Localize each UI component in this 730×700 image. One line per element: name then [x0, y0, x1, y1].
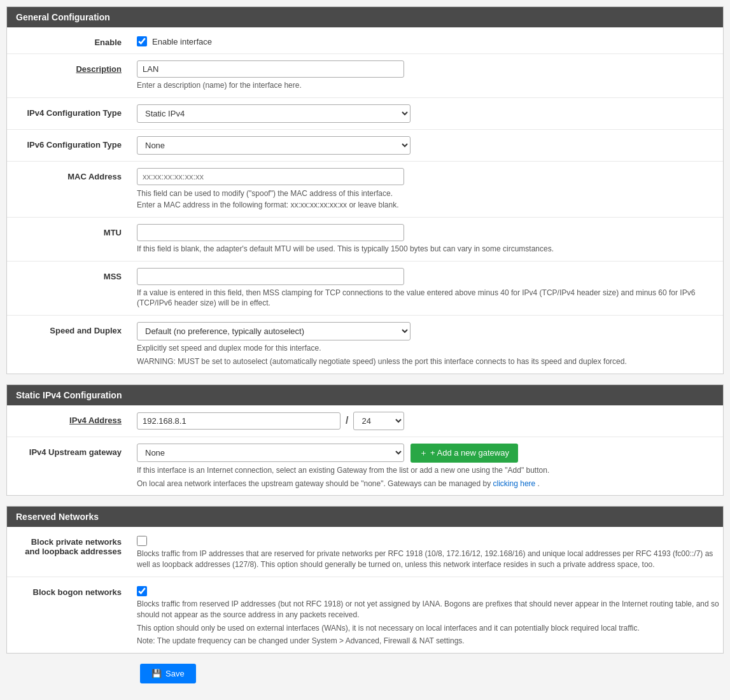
slash-icon: /: [346, 415, 348, 426]
gateway-hint-2: On local area network interfaces the ups…: [137, 479, 723, 489]
ipv4-address-input[interactable]: [137, 412, 340, 430]
mtu-input[interactable]: [137, 224, 404, 241]
description-content: Enter a description (name) for the inter…: [134, 60, 723, 91]
mss-hint: If a value is entered in this field, the…: [137, 288, 723, 309]
mac-address-row: MAC Address This field can be used to mo…: [7, 162, 723, 218]
ipv4-config-type-label: IPv4 Configuration Type: [7, 104, 134, 118]
mtu-row: MTU If this field is blank, the adapter'…: [7, 218, 723, 262]
speed-duplex-hint-2: WARNING: MUST be set to autoselect (auto…: [137, 356, 723, 367]
mac-hint-1: This field can be used to modify ("spoof…: [137, 188, 723, 199]
gateway-hint-2-text: On local area network interfaces the ups…: [137, 479, 491, 488]
mac-address-content: This field can be used to modify ("spoof…: [134, 168, 723, 211]
block-bogon-label: Block bogon networks: [7, 584, 134, 597]
ipv4-upstream-select[interactable]: None: [137, 444, 404, 462]
description-hint: Enter a description (name) for the inter…: [137, 80, 723, 91]
save-label: Save: [165, 669, 185, 678]
ipv4-address-row: IPv4 Address / 8 16 24 32 28 27 26 25: [7, 405, 723, 437]
add-gateway-button[interactable]: ＋ + Add a new gateway: [411, 444, 518, 463]
reserved-networks-section: Reserved Networks Block private networks…: [6, 506, 724, 654]
ipv4-address-label: IPv4 Address: [7, 412, 134, 425]
mac-address-input[interactable]: [137, 168, 404, 185]
ipv4-config-type-select[interactable]: Static IPv4 DHCP None: [137, 104, 411, 123]
block-bogon-hint-3: Note: The update frequency can be change…: [137, 636, 723, 647]
speed-duplex-hint-1: Explicitly set speed and duplex mode for…: [137, 343, 723, 354]
ipv6-config-type-label: IPv6 Configuration Type: [7, 136, 134, 150]
general-config-section: General Configuration Enable Enable inte…: [6, 6, 724, 374]
block-bogon-hint-1: Blocks traffic from reserved IP addresse…: [137, 599, 723, 620]
ipv4-upstream-row: IPv4 Upstream gateway None ＋ + Add a new…: [7, 437, 723, 496]
enable-row: Enable Enable interface: [7, 27, 723, 54]
description-label: Description: [7, 60, 134, 74]
general-config-title: General Configuration: [16, 12, 110, 22]
mss-input[interactable]: [137, 268, 404, 285]
block-private-checkbox[interactable]: [137, 536, 147, 546]
mss-row: MSS If a value is entered in this field,…: [7, 262, 723, 316]
block-bogon-checkbox[interactable]: [137, 586, 147, 596]
ipv6-config-type-select[interactable]: None DHCPv6 Static IPv6 SLAAC 6rd Tunnel…: [137, 136, 411, 155]
add-gateway-label: + Add a new gateway: [430, 448, 509, 458]
block-bogon-row: Block bogon networks Blocks traffic from…: [7, 577, 723, 653]
enable-interface-label[interactable]: Enable interface: [152, 37, 212, 46]
plus-icon: ＋: [419, 447, 428, 459]
reserved-networks-title: Reserved Networks: [16, 512, 99, 522]
clicking-here-link[interactable]: clicking here: [493, 479, 536, 488]
description-row: Description Enter a description (name) f…: [7, 54, 723, 98]
block-private-row: Block private networksand loopback addre…: [7, 527, 723, 577]
ipv4-prefix-select[interactable]: 8 16 24 32 28 27 26 25: [353, 412, 404, 430]
block-private-hint: Blocks traffic from IP addresses that ar…: [137, 549, 723, 570]
static-ipv4-header: Static IPv4 Configuration: [7, 385, 723, 405]
general-config-header: General Configuration: [7, 7, 723, 27]
ipv4-address-content: / 8 16 24 32 28 27 26 25: [134, 412, 723, 430]
ipv6-config-type-content: None DHCPv6 Static IPv6 SLAAC 6rd Tunnel…: [134, 136, 723, 155]
mac-hint-2: Enter a MAC address in the following for…: [137, 199, 723, 211]
save-button[interactable]: 💾 Save: [140, 664, 196, 683]
mss-content: If a value is entered in this field, the…: [134, 268, 723, 309]
mss-label: MSS: [7, 268, 134, 281]
speed-duplex-select[interactable]: Default (no preference, typically autose…: [137, 322, 411, 340]
ipv6-config-type-row: IPv6 Configuration Type None DHCPv6 Stat…: [7, 130, 723, 162]
enable-interface-checkbox[interactable]: [137, 36, 147, 46]
block-bogon-hint-2: This option should only be used on exter…: [137, 623, 723, 634]
description-input[interactable]: [137, 60, 404, 78]
mtu-content: If this field is blank, the adapter's de…: [134, 224, 723, 255]
enable-content: Enable interface: [134, 34, 723, 46]
block-private-content: Blocks traffic from IP addresses that ar…: [134, 533, 723, 570]
gateway-hint-1: If this interface is an Internet connect…: [137, 465, 723, 476]
mtu-label: MTU: [7, 224, 134, 237]
ipv4-config-type-content: Static IPv4 DHCP None: [134, 104, 723, 123]
speed-duplex-row: Speed and Duplex Default (no preference,…: [7, 316, 723, 374]
static-ipv4-title: Static IPv4 Configuration: [16, 390, 122, 400]
speed-duplex-content: Default (no preference, typically autose…: [134, 322, 723, 367]
block-private-label: Block private networksand loopback addre…: [7, 533, 134, 556]
ipv4-config-type-row: IPv4 Configuration Type Static IPv4 DHCP…: [7, 98, 723, 130]
ipv4-upstream-content: None ＋ + Add a new gateway If this inter…: [134, 444, 723, 489]
enable-label: Enable: [7, 34, 134, 47]
static-ipv4-section: Static IPv4 Configuration IPv4 Address /…: [6, 384, 724, 496]
gateway-hint-end: .: [538, 479, 540, 488]
save-icon: 💾: [151, 669, 162, 678]
mtu-hint: If this field is blank, the adapter's de…: [137, 244, 723, 255]
speed-duplex-label: Speed and Duplex: [7, 322, 134, 335]
block-bogon-content: Blocks traffic from reserved IP addresse…: [134, 584, 723, 647]
ipv4-upstream-label: IPv4 Upstream gateway: [7, 444, 134, 457]
reserved-networks-header: Reserved Networks: [7, 507, 723, 527]
mac-address-label: MAC Address: [7, 168, 134, 181]
